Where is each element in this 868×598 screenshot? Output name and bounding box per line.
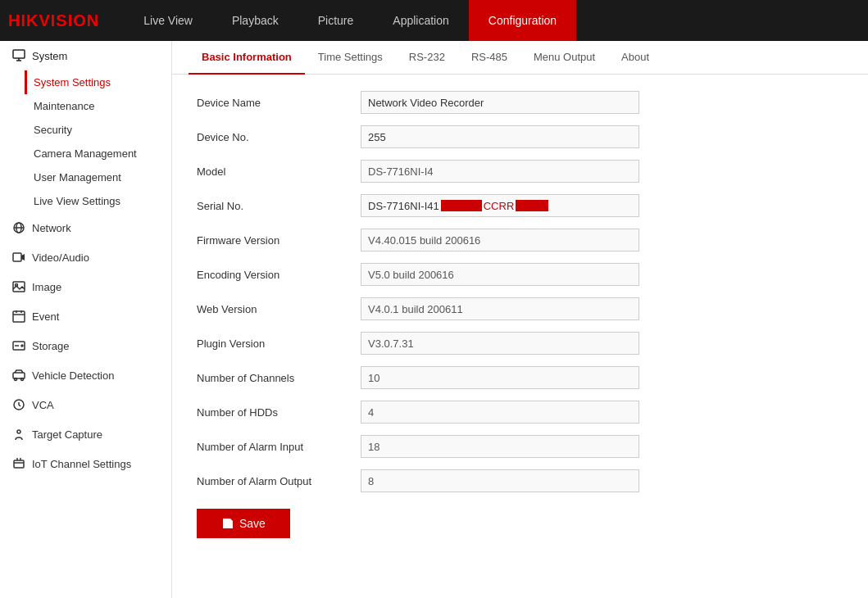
label-firmware-version: Firmware Version	[197, 234, 361, 247]
logo-hik: HIK	[8, 11, 39, 29]
sidebar-item-network[interactable]: Network	[0, 213, 171, 242]
input-serial-no: DS-7716NI-I41 CCRR	[361, 194, 639, 217]
sidebar-item-system[interactable]: System	[0, 41, 171, 70]
svg-point-15	[21, 345, 23, 347]
security-label: Security	[34, 124, 72, 136]
video-audio-label: Video/Audio	[32, 251, 89, 264]
sidebar-item-user-management[interactable]: User Management	[25, 165, 171, 189]
tab-menu-output[interactable]: Menu Output	[520, 41, 608, 75]
input-plugin-version	[361, 332, 639, 355]
sidebar-item-storage[interactable]: Storage	[0, 331, 171, 360]
sidebar-item-image[interactable]: Image	[0, 272, 171, 301]
iot-label: IoT Channel Settings	[32, 458, 131, 470]
tab-rs485[interactable]: RS-485	[458, 41, 520, 75]
live-view-settings-label: Live View Settings	[34, 195, 120, 207]
label-device-name: Device Name	[197, 97, 361, 109]
svg-rect-6	[13, 253, 21, 261]
field-encoding-version: Encoding Version	[197, 263, 843, 286]
serial-redacted-2	[516, 200, 548, 211]
maintenance-label: Maintenance	[34, 100, 94, 112]
svg-point-21	[17, 430, 20, 433]
sidebar-item-video-audio[interactable]: Video/Audio	[0, 242, 171, 272]
nav-application[interactable]: Application	[373, 0, 469, 41]
input-device-no[interactable]	[361, 125, 639, 148]
storage-icon	[12, 339, 25, 352]
nav-links: Live View Playback Picture Application C…	[124, 0, 576, 41]
field-num-alarm-input: Number of Alarm Input	[197, 435, 843, 458]
field-serial-no: Serial No. DS-7716NI-I41 CCRR	[197, 194, 843, 217]
field-web-version: Web Version	[197, 297, 843, 320]
sidebar-item-system-settings[interactable]: System Settings	[25, 70, 171, 94]
target-icon	[12, 428, 25, 441]
field-num-alarm-output: Number of Alarm Output	[197, 469, 843, 492]
sidebar-item-maintenance[interactable]: Maintenance	[25, 94, 171, 118]
svg-point-18	[15, 378, 17, 381]
nav-picture[interactable]: Picture	[298, 0, 374, 41]
nav-configuration[interactable]: Configuration	[469, 0, 576, 41]
vca-icon	[12, 398, 25, 411]
storage-label: Storage	[32, 340, 70, 352]
sidebar-item-vehicle-detection[interactable]: Vehicle Detection	[0, 360, 171, 390]
sidebar-item-live-view-settings[interactable]: Live View Settings	[25, 189, 171, 213]
sidebar: System System Settings Maintenance Secur…	[0, 41, 172, 598]
field-num-channels: Number of Channels	[197, 366, 843, 389]
label-encoding-version: Encoding Version	[197, 269, 361, 281]
basic-information-form: Device Name Device No. Model Serial No. …	[172, 75, 868, 555]
label-num-channels: Number of Channels	[197, 372, 361, 384]
vca-label: VCA	[32, 399, 54, 411]
sidebar-item-iot[interactable]: IoT Channel Settings	[0, 449, 171, 478]
label-num-alarm-input: Number of Alarm Input	[197, 441, 361, 453]
input-encoding-version	[361, 263, 639, 286]
field-num-hdds: Number of HDDs	[197, 401, 843, 424]
label-plugin-version: Plugin Version	[197, 338, 361, 350]
sidebar-item-vca[interactable]: VCA	[0, 390, 171, 419]
top-navigation: HIKVISION Live View Playback Picture App…	[0, 0, 868, 41]
hikvision-logo: HIKVISION	[8, 11, 99, 30]
sidebar-item-event[interactable]: Event	[0, 301, 171, 331]
sidebar-system-label: System	[32, 50, 67, 62]
tab-rs232[interactable]: RS-232	[396, 41, 458, 75]
tab-time-settings[interactable]: Time Settings	[305, 41, 396, 75]
serial-redacted-1	[441, 200, 482, 211]
label-device-no: Device No.	[197, 131, 361, 143]
serial-ccrr: CCRR	[484, 200, 515, 212]
sidebar-item-target-capture[interactable]: Target Capture	[0, 419, 171, 449]
main-content: Basic Information Time Settings RS-232 R…	[172, 41, 868, 598]
save-label: Save	[239, 517, 266, 530]
event-icon	[12, 310, 25, 323]
input-device-name[interactable]	[361, 91, 639, 114]
nav-live-view[interactable]: Live View	[124, 0, 212, 41]
sidebar-item-security[interactable]: Security	[25, 118, 171, 142]
input-web-version	[361, 297, 639, 320]
user-management-label: User Management	[34, 171, 121, 183]
tab-basic-information[interactable]: Basic Information	[189, 41, 305, 75]
monitor-icon	[12, 49, 25, 62]
save-icon	[221, 517, 234, 530]
input-num-alarm-output	[361, 469, 639, 492]
image-label: Image	[32, 281, 61, 293]
input-firmware-version	[361, 229, 639, 251]
target-capture-label: Target Capture	[32, 428, 102, 441]
input-model	[361, 160, 639, 183]
input-num-hdds	[361, 401, 639, 424]
image-icon	[12, 280, 25, 293]
label-serial-no: Serial No.	[197, 200, 361, 212]
svg-rect-10	[13, 311, 25, 322]
field-plugin-version: Plugin Version	[197, 332, 843, 355]
tab-about[interactable]: About	[608, 41, 662, 75]
field-model: Model	[197, 160, 843, 183]
main-layout: System System Settings Maintenance Secur…	[0, 41, 868, 598]
sidebar-item-camera-management[interactable]: Camera Management	[25, 142, 171, 165]
label-num-hdds: Number of HDDs	[197, 406, 361, 419]
network-label: Network	[32, 222, 71, 234]
svg-rect-0	[13, 50, 25, 58]
vehicle-icon	[12, 369, 25, 382]
label-model: Model	[197, 165, 361, 178]
svg-rect-22	[14, 460, 24, 468]
video-icon	[12, 251, 25, 264]
field-device-name: Device Name	[197, 91, 843, 114]
label-web-version: Web Version	[197, 303, 361, 315]
logo-vision: VISION	[39, 11, 99, 29]
nav-playback[interactable]: Playback	[212, 0, 298, 41]
save-button[interactable]: Save	[197, 509, 290, 538]
